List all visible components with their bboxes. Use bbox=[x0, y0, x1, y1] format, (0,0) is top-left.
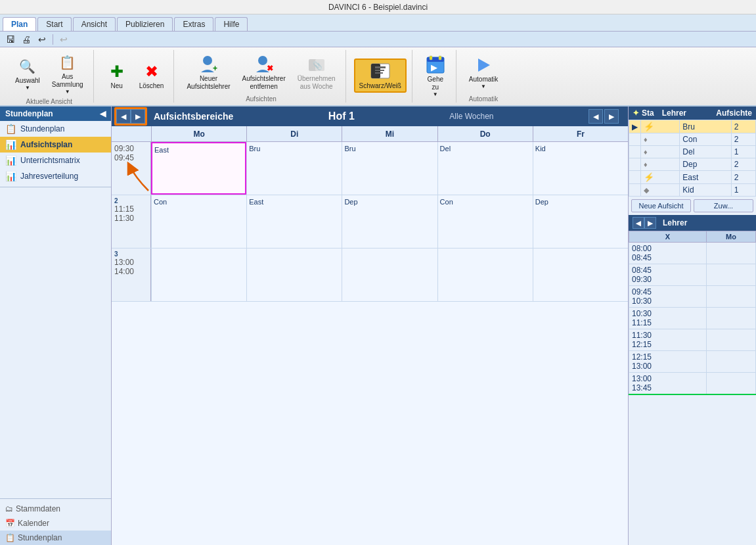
days-header: Mo Di Mi Do Fr bbox=[112, 126, 628, 142]
ribbon-buttons-gehzu: ▶ Gehe zu ▼ bbox=[420, 50, 451, 101]
lehrer-r6-mo bbox=[706, 351, 755, 373]
tab-plan[interactable]: Plan bbox=[3, 17, 36, 31]
schedule-cell-3-mi[interactable] bbox=[342, 249, 437, 301]
lehrer-nav-right[interactable]: ▶ bbox=[644, 217, 656, 229]
time-column-header bbox=[112, 126, 151, 142]
schedule-cell-2-mo[interactable]: Con bbox=[151, 195, 246, 248]
time2-1: 09:45 bbox=[114, 153, 148, 162]
time-row-num-3: 3 bbox=[114, 250, 148, 258]
lehrer-row-6[interactable]: 12:15 13:00 bbox=[629, 351, 756, 373]
schedule-cell-3-fr[interactable] bbox=[533, 249, 628, 301]
sidebar-section-stammdaten[interactable]: 🗂 Stammdaten bbox=[0, 502, 111, 516]
time2-3: 14:00 bbox=[114, 267, 148, 276]
ribbon-buttons-automatik: Automatik ▼ bbox=[464, 50, 502, 94]
qa-save-icon[interactable]: 🖫 bbox=[4, 33, 17, 46]
ribbon-btn-übernehmen[interactable]: 📎 Übernehmen aus Woche bbox=[293, 52, 340, 93]
cell-content-1-mi: Bru bbox=[344, 145, 355, 153]
ribbon-btn-auswahl[interactable]: 🔍 Auswahl ▼ bbox=[11, 54, 45, 93]
ribbon-buttons-aufsichten: + Neuer Aufsichtslehrer ✖ Aufsichtslehre… bbox=[182, 50, 340, 94]
lehrer-col-mo: Mo bbox=[706, 231, 755, 243]
tab-publizieren[interactable]: Publizieren bbox=[117, 17, 173, 31]
auswahl-icon: 🔍 bbox=[17, 56, 38, 77]
lehrer-r4-mo bbox=[706, 308, 755, 329]
lehrer-row-1[interactable]: 08:00 08:45 bbox=[629, 243, 756, 264]
time-cell-3: 3 13:00 14:00 bbox=[112, 249, 151, 301]
right-table-row-dep[interactable]: ♦ Dep 2 bbox=[629, 158, 756, 171]
lehrer-row-7[interactable]: 13:00 13:45 bbox=[629, 373, 756, 395]
schedule-cell-1-di[interactable]: Bru bbox=[246, 142, 342, 195]
sidebar-section-stundenplan[interactable]: 📋 Stundenplan bbox=[0, 531, 111, 545]
lehrer-row-3[interactable]: 09:45 10:30 bbox=[629, 286, 756, 308]
svg-text:+: + bbox=[213, 64, 217, 73]
right-table-row-kid[interactable]: ◆ Kid 1 bbox=[629, 184, 756, 197]
right-table-row-con[interactable]: ♦ Con 2 bbox=[629, 133, 756, 146]
schedule-cell-3-mo[interactable] bbox=[151, 249, 246, 301]
sammlung-arrow: ▼ bbox=[65, 89, 70, 95]
sidebar-collapse-icon[interactable]: ◀ bbox=[100, 109, 106, 118]
qa-redo-icon[interactable]: ↩ bbox=[57, 33, 70, 46]
ribbon-btn-schwarzweiss[interactable]: Schwarz/Weiß bbox=[354, 59, 407, 93]
cell-content-2-di: East bbox=[249, 198, 263, 206]
schedule-cell-2-di[interactable]: East bbox=[246, 195, 342, 248]
tab-extras[interactable]: Extras bbox=[174, 17, 213, 31]
cell-content-1-mo: East bbox=[154, 146, 169, 154]
unterrichtsmatrix-icon: 📊 bbox=[5, 155, 16, 166]
qa-print-icon[interactable]: 🖨 bbox=[20, 33, 33, 46]
neue-aufsicht-btn[interactable]: Neue Aufsicht bbox=[631, 199, 691, 212]
schedule-cell-2-do[interactable]: Con bbox=[437, 195, 533, 248]
schedule-row-1: 09:30 09:45 East Bru Bru Del Kid bbox=[112, 142, 628, 195]
ribbon-btn-automatik[interactable]: Automatik ▼ bbox=[464, 53, 502, 91]
ribbon-btn-löschen[interactable]: ✖ Löschen bbox=[135, 59, 169, 92]
ribbon-buttons-neulöschen: ✚ Neu ✖ Löschen bbox=[102, 50, 169, 101]
schedule-cell-1-do[interactable]: Del bbox=[437, 142, 533, 195]
nav-highlight-box: ◀ ▶ bbox=[114, 107, 147, 126]
schedule-cell-1-fr[interactable]: Kid bbox=[533, 142, 628, 195]
right-table-row-bru[interactable]: ▶ ⚡ Bru 2 bbox=[629, 120, 756, 133]
svg-rect-9 bbox=[375, 66, 386, 68]
right-table-row-del[interactable]: ♦ Del 1 bbox=[629, 146, 756, 158]
lehrer-row-4[interactable]: 10:30 11:15 bbox=[629, 308, 756, 329]
kid-lehrer: Kid bbox=[680, 184, 731, 197]
schedule-cell-3-do[interactable] bbox=[437, 249, 533, 301]
lehrer-r2-time: 08:45 09:30 bbox=[629, 264, 707, 286]
schedule-cell-1-mo[interactable]: East bbox=[151, 142, 246, 195]
right-table: ▶ ⚡ Bru 2 ♦ Con 2 ♦ bbox=[629, 120, 756, 197]
schedule-right-nav-left[interactable]: ◀ bbox=[589, 109, 603, 124]
schedule-cell-1-mi[interactable]: Bru bbox=[342, 142, 437, 195]
east-status: ⚡ bbox=[641, 171, 680, 184]
tab-hilfe[interactable]: Hilfe bbox=[215, 17, 248, 31]
ribbon-btn-neueraufsicht[interactable]: + Neuer Aufsichtslehrer bbox=[182, 52, 234, 93]
con-status: ♦ bbox=[641, 133, 680, 146]
ribbon-btn-aufsichtentfernen[interactable]: ✖ Aufsichtslehrer entfernen bbox=[238, 52, 290, 93]
sidebar-item-aufsichtsplan[interactable]: 📊 Aufsichtsplan bbox=[0, 137, 111, 153]
qa-undo-icon[interactable]: ↩ bbox=[35, 33, 49, 46]
svg-marker-17 bbox=[478, 59, 490, 72]
svg-point-0 bbox=[203, 56, 212, 65]
schedule-nav-left[interactable]: ◀ bbox=[116, 109, 131, 124]
schedule-nav-right[interactable]: ▶ bbox=[131, 109, 145, 124]
lehrer-nav-left[interactable]: ◀ bbox=[633, 217, 644, 229]
ribbon-btn-gehzu[interactable]: ▶ Gehe zu ▼ bbox=[420, 53, 451, 99]
sidebar-item-jahresverteilung[interactable]: 📊 Jahresverteilung bbox=[0, 168, 111, 184]
lehrer-r5-mo bbox=[706, 329, 755, 351]
del-status: ♦ bbox=[641, 146, 680, 158]
zuw-btn[interactable]: Zuw... bbox=[694, 199, 753, 212]
sidebar-item-unterrichtsmatrix[interactable]: 📊 Unterrichtsmatrix bbox=[0, 153, 111, 168]
schedule-row-3: 3 13:00 14:00 bbox=[112, 249, 628, 302]
ribbon-btn-sammlung[interactable]: 📋 Aus Sammlung ▼ bbox=[47, 50, 88, 97]
sidebar-item-stundenplan[interactable]: 📋 Stundenplan bbox=[0, 121, 111, 137]
right-table-row-east[interactable]: ⚡ East 2 bbox=[629, 171, 756, 184]
lehrer-row-2[interactable]: 08:45 09:30 bbox=[629, 264, 756, 286]
schedule-cell-2-mi[interactable]: Dep bbox=[342, 195, 437, 248]
lehrer-row-5[interactable]: 11:30 12:15 bbox=[629, 329, 756, 351]
schedule-cell-3-di[interactable] bbox=[246, 249, 342, 301]
tab-start[interactable]: Start bbox=[37, 17, 71, 31]
kid-aufsichte: 1 bbox=[731, 184, 755, 197]
lehrer-r1-mo bbox=[706, 243, 755, 264]
cell-content-1-fr: Kid bbox=[535, 145, 546, 153]
sidebar-section-kalender[interactable]: 📅 Kalender bbox=[0, 516, 111, 531]
tab-ansicht[interactable]: Ansicht bbox=[73, 17, 116, 31]
schedule-cell-2-fr[interactable]: Dep bbox=[533, 195, 628, 248]
schedule-right-nav-right[interactable]: ▶ bbox=[604, 109, 619, 124]
ribbon-btn-neu[interactable]: ✚ Neu bbox=[102, 59, 132, 92]
